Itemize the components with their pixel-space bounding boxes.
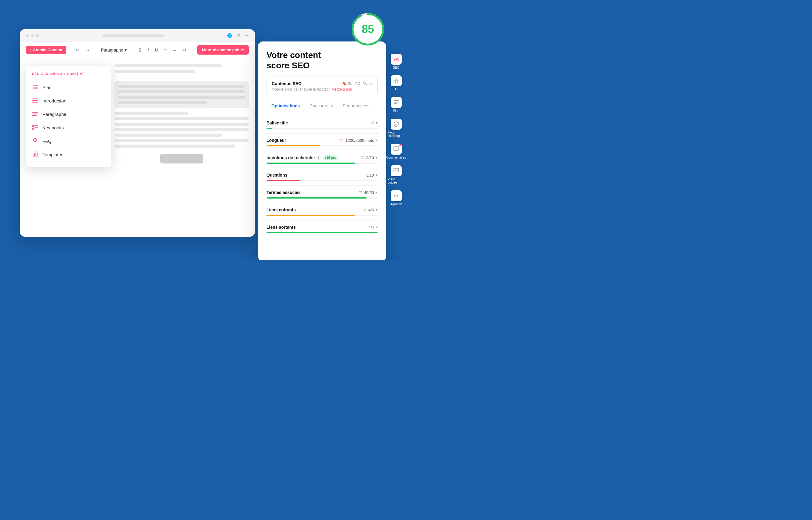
quote-button[interactable]: ❝ [163, 46, 169, 54]
liens-sortants-label: Liens sortants [267, 225, 296, 230]
seo-row-liens-entrants-top: Liens entrants ↻ 4/5 ▾ [267, 207, 377, 212]
paragraph-dropdown[interactable]: Paragraphe ▾ [99, 46, 129, 54]
seo-card: Contenus SEO 🔖 6k # 2 🔍 6k Mot-clé princ… [267, 77, 377, 96]
agrandir-label: Agrandir [390, 203, 402, 206]
menu-panel: RÉDIGER AVEC AI+ CONTENT Plan [26, 66, 112, 167]
menu-templates-label: Templates [43, 152, 63, 157]
sidebar-item-seo[interactable]: SEO [391, 54, 402, 69]
toolbar-separator-3 [133, 47, 133, 53]
menu-item-templates[interactable]: Templates [26, 148, 112, 161]
stat3: 🔍 6k [363, 81, 372, 86]
svg-rect-11 [32, 112, 38, 113]
commentaires-label: Commentaires [386, 156, 406, 159]
questions-value: 3/10 ▾ [366, 173, 377, 178]
italic-button[interactable]: I [146, 46, 151, 54]
skeleton-line-8 [115, 139, 249, 142]
chevron-intentions: ▾ [376, 156, 377, 160]
questions-text: 3/10 [366, 173, 374, 178]
progress-longueur [267, 145, 377, 147]
undo-button[interactable]: ↩ [74, 46, 81, 54]
seo-row-liens-entrants: Liens entrants ↻ 4/5 ▾ [267, 203, 377, 220]
tab-performances[interactable]: Performances [338, 101, 374, 111]
toolbar-separator-2 [95, 47, 95, 53]
sidebar-item-ai[interactable]: AI [391, 75, 402, 91]
sk-line [118, 101, 207, 104]
menu-item-keypoints[interactable]: Key points [26, 121, 112, 134]
tab-concurrents[interactable]: Concurrents [305, 101, 338, 111]
menu-item-paragraphe[interactable]: Paragraphe [26, 107, 112, 121]
templates-icon [32, 151, 38, 157]
skeleton-line-2 [115, 70, 195, 73]
toolbar-separator-1 [70, 47, 70, 53]
seo-title: Votre contentscore SEO [267, 50, 377, 71]
sidebar-item-visite-guidee[interactable]: Visite guidée [388, 165, 404, 184]
atomic-content-button[interactable]: + Atomic Content [26, 46, 66, 54]
chevron-balise: ▾ [376, 121, 377, 125]
progress-fill-balise [267, 128, 272, 129]
sidebar-item-commentaires[interactable]: Commentaires [386, 144, 406, 159]
progress-liens-sortants [267, 232, 377, 233]
menu-header-highlight: AI+ CONTENT [60, 72, 84, 76]
more-button[interactable]: ··· [171, 46, 178, 54]
right-sidebar: SEO AI Plan [388, 54, 404, 206]
sidebar-item-plan[interactable]: Plan [391, 97, 402, 112]
liens-entrants-value: ↻ 4/5 ▾ [363, 208, 377, 212]
chevron-questions: ▾ [376, 173, 377, 177]
chevron-liens-entrants: ▾ [376, 208, 377, 212]
skeleton-line-7 [115, 134, 222, 137]
liens-entrants-label: Liens entrants [267, 207, 296, 212]
svg-rect-13 [32, 115, 36, 116]
liens-entrants-text: 4/5 [368, 208, 374, 212]
tab-optimisations[interactable]: Optimisations [267, 101, 305, 111]
svg-rect-3 [34, 85, 38, 86]
svg-rect-6 [33, 88, 34, 89]
seo-row-liens-sortants: Liens sortants 4/4 ▾ [267, 220, 377, 238]
underline-button[interactable]: U [153, 46, 160, 54]
skeleton-button [160, 154, 203, 163]
intentions-value: 🛡 8/10 ▾ [361, 156, 377, 160]
menu-item-introduction[interactable]: Introduction [26, 94, 112, 107]
menu-header: RÉDIGER AVEC AI+ CONTENT [26, 72, 112, 80]
menu-header-text: RÉDIGER AVEC [32, 72, 60, 76]
fact-checking-label: Fact-checking [388, 131, 404, 137]
copy-icon: ⧉ [237, 33, 240, 38]
plan-icon [32, 84, 38, 90]
notification-dot [399, 144, 401, 146]
seo-sidebar-label: SEO [393, 66, 399, 69]
svg-rect-23 [34, 153, 36, 154]
seo-card-sub: Mot-clé principal analysé le 02 Sept. Me… [272, 87, 372, 92]
progress-fill-intentions [267, 162, 355, 164]
seo-card-top: Contenus SEO 🔖 6k # 2 🔍 6k [272, 81, 372, 86]
update-link[interactable]: Mettre à jour [331, 87, 352, 92]
titlebar-icons: 🌐 ⧉ ✏ [227, 33, 249, 38]
svg-rect-18 [34, 129, 38, 129]
bold-button[interactable]: B [137, 46, 144, 54]
skeleton-line-9 [115, 145, 236, 148]
skeleton-line-4 [115, 117, 249, 120]
sidebar-item-fact-checking[interactable]: Fact-checking [388, 119, 404, 137]
progress-fill-liens-sortants [267, 232, 377, 233]
seo-row-questions-top: Questions 3/10 ▾ [267, 173, 377, 178]
svg-rect-29 [394, 147, 399, 150]
progress-questions [267, 180, 377, 181]
shield-icon-termes: 🛡 [359, 190, 362, 194]
menu-keypoints-label: Key points [43, 125, 64, 130]
menu-item-faq[interactable]: ? FAQ [26, 134, 112, 148]
redo-button[interactable]: ↪ [84, 46, 91, 54]
menu-item-plan[interactable]: Plan [26, 80, 112, 94]
seo-row-intentions: Intentions de recherche i +15 pts 🛡 8/10… [267, 151, 377, 168]
mark-published-button[interactable]: Marqué comme publié [197, 45, 249, 55]
svg-rect-17 [32, 128, 34, 130]
svg-rect-14 [32, 125, 34, 127]
termes-text: 45/50 [364, 190, 374, 195]
edit-icon: ✏ [245, 33, 249, 38]
shield-icon-longueur: 🛡 [340, 138, 344, 142]
plan-sidebar-icon [391, 97, 402, 108]
settings-button[interactable]: ⚙ [180, 46, 188, 54]
introduction-icon [32, 98, 38, 104]
menu-plan-label: Plan [43, 85, 52, 90]
sidebar-item-agrandir[interactable]: Agrandir [390, 190, 402, 206]
paragraphe-icon [32, 111, 38, 117]
seo-panel: Votre contentscore SEO Contenus SEO 🔖 6k… [258, 42, 386, 260]
skeleton-line-3 [115, 112, 188, 115]
